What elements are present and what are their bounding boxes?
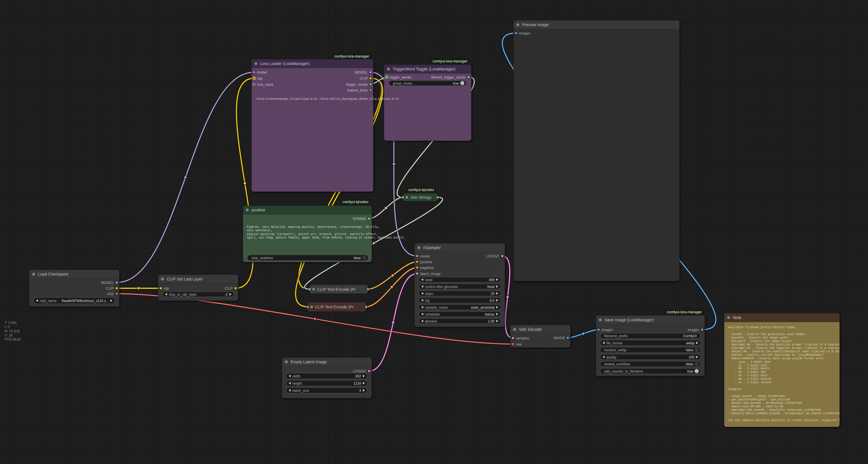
svg-text:100: 100 [689, 355, 694, 359]
svg-text:positive: positive [252, 208, 266, 212]
svg-text:- %seed% - Inserts the generat: - %seed% - Inserts the generation seed n… [728, 333, 806, 336]
svg-text:sampler_name: sampler_name [425, 306, 448, 310]
svg-text:- image_%seed% → image_1234567: - image_%seed% → image_1234567890 [728, 395, 785, 398]
svg-text:MODEL: MODEL [355, 70, 368, 75]
svg-text:negative: negative [420, 266, 434, 270]
svg-text:Join Strings: Join Strings [410, 195, 431, 200]
svg-text:- %date:FORMAT% - Inserts date: - %date:FORMAT% - Inserts date using cus… [728, 357, 825, 360]
svg-text:- hh - 2-digit hour: - hh - 2-digit hour [728, 374, 768, 377]
svg-text:1216: 1216 [353, 381, 361, 385]
svg-text:Note: Note [733, 315, 742, 320]
svg-text:comfyui-lora-manager: comfyui-lora-manager [667, 310, 702, 314]
svg-text:false: false [686, 348, 693, 352]
svg-text:highres, very detailed, amazin: highres, very detailed, amazing quality,… [247, 226, 379, 229]
svg-text:LATENT: LATENT [353, 369, 366, 373]
svg-text:- %nprompt:N% - Inserts the ne: - %nprompt:N% - Inserts the negative pro… [728, 347, 847, 350]
svg-text:VAE Decode: VAE Decode [519, 327, 542, 332]
svg-text:V: 28: V: 28 [5, 334, 13, 338]
svg-text:model: model [257, 70, 267, 75]
svg-text:strip_newlines: strip_newlines [251, 256, 273, 260]
svg-text:webp: webp [686, 341, 694, 345]
svg-text:model: model [420, 254, 430, 258]
svg-text:latent_image: latent_image [420, 272, 441, 276]
svg-text:T: 0.00s: T: 0.00s [5, 321, 17, 325]
svg-text:409: 409 [489, 278, 495, 282]
svg-text:il\waiNSFWIllustrious_v110.s..: il\waiNSFWIllustrious_v110.s... [62, 299, 109, 303]
svg-text:clip: clip [164, 287, 169, 291]
svg-text:- gen_%width%x%height% → gen_5: - gen_%width%x%height% → gen_512x768 [728, 398, 790, 401]
svg-text:comfyui-lora-manager: comfyui-lora-manager [432, 59, 467, 63]
svg-text:control after generate: control after generate [425, 285, 458, 289]
svg-text:positive: positive [420, 260, 432, 264]
svg-text:- %date:yyyy-MM-dd% → 2025-04-: - %date:yyyy-MM-dd% → 2025-04-28 [728, 405, 783, 408]
svg-text:CLIP: CLIP [360, 77, 368, 81]
svg-text:trigger_words: trigger_words [390, 76, 411, 79]
svg-text:- yy - 2-digit year: - yy - 2-digit year [728, 364, 768, 367]
svg-text:TriggerWord Toggle (LoraManage: TriggerWord Toggle (LoraManager) [393, 67, 456, 71]
svg-text:filename_prefix: filename_prefix [604, 334, 627, 338]
svg-text:comfyui-lora-manager: comfyui-lora-manager [334, 54, 369, 58]
svg-text:- %pprompt:20%_%seed% → beauti: - %pprompt:20%_%seed% → beautiful landsc… [728, 408, 821, 412]
svg-text:- %date% - Inserts current dat: - %date% - Inserts current date/time as … [728, 353, 825, 357]
svg-text:- %height% - Inserts the image: - %height% - Inserts the image height [728, 340, 792, 343]
svg-text:VAE: VAE [107, 292, 114, 296]
svg-text:CLIP: CLIP [106, 287, 114, 291]
svg-text:1girl, sui-feng, mature female: 1girl, sui-feng, mature female, upper bo… [247, 236, 405, 239]
svg-text:comfyui-kjnodes: comfyui-kjnodes [342, 200, 368, 204]
svg-text:- %width% - Inserts the image: - %width% - Inserts the image width [728, 336, 788, 340]
svg-text:steps: steps [425, 292, 433, 296]
svg-text:vae: vae [516, 342, 522, 346]
svg-text:FPS:58.82: FPS:58.82 [5, 338, 21, 342]
svg-text:embed_workflow: embed_workflow [604, 362, 630, 366]
svg-text:filtered_trigger_words: filtered_trigger_words [431, 76, 466, 79]
svg-text:- %pprompt:N% - Inserts the po: - %pprompt:N% - Inserts the positive pro… [728, 343, 847, 346]
svg-text:false: false [686, 362, 693, 366]
svg-text:images: images [688, 328, 699, 332]
svg-text:height: height [292, 381, 302, 385]
svg-text:digital painting \(artwork\),: digital painting \(artwork\), glitch art… [247, 233, 378, 236]
svg-text:denoise: denoise [425, 319, 437, 323]
svg-text:file_format: file_format [607, 341, 623, 345]
svg-text:samples: samples [516, 336, 529, 340]
svg-text:stop_at_clip_layer: stop_at_clip_layer [169, 293, 197, 297]
svg-text:fixed: fixed [487, 285, 495, 289]
svg-text:CLIP: CLIP [224, 287, 232, 291]
svg-text:-2: -2 [224, 293, 228, 297]
svg-text:1.00: 1.00 [488, 319, 495, 323]
svg-text:N: 14 [14]: N: 14 [14] [5, 329, 20, 333]
svg-text:Available filename_prefix Patt: Available filename_prefix Pattern Codes [728, 326, 795, 329]
svg-text:3: 3 [359, 388, 361, 393]
svg-text:loaded_loras: loaded_loras [347, 88, 368, 92]
svg-text:8.0: 8.0 [490, 298, 495, 302]
svg-text:- dd - 2-digit day: - dd - 2-digit day [728, 371, 766, 374]
svg-text:true: true [453, 81, 459, 85]
svg-text:false: false [354, 256, 361, 260]
svg-text:clip: clip [257, 77, 262, 81]
svg-text:STRING: STRING [353, 217, 366, 221]
svg-text:832: 832 [355, 374, 361, 378]
svg-text:CLIP Text Encode (Pr: CLIP Text Encode (Pr [317, 287, 355, 292]
svg-text:karras: karras [485, 312, 495, 316]
svg-text:MODEL: MODEL [101, 281, 114, 285]
svg-text:images: images [519, 31, 530, 35]
svg-text:width: width [292, 374, 301, 378]
svg-text:IMAGE: IMAGE [554, 336, 565, 340]
svg-text:lossless_webp: lossless_webp [604, 348, 626, 352]
svg-text:images: images [601, 328, 613, 332]
svg-text:- %model%_%date:yyMMdd%_%seed%: - %model%_%date:yyMMdd%_%seed% → dreamsh… [728, 412, 840, 415]
svg-text:true: true [687, 369, 693, 373]
svg-text:- %model:10%_%seed% → dreamsha: - %model:10%_%seed% → dreamshape_1234567… [728, 402, 802, 405]
svg-text:- mm - 2-digit minute: - mm - 2-digit minute [728, 377, 771, 381]
svg-text:- MM - 2-digit month: - MM - 2-digit month [728, 367, 769, 370]
svg-text:Load Checkpoint: Load Checkpoint [38, 272, 68, 277]
svg-text:euler_ancestral: euler_ancestral [471, 306, 495, 310]
svg-text:20: 20 [491, 292, 495, 296]
svg-text:ComfyUI: ComfyUI [683, 334, 696, 338]
svg-text:KSampler: KSampler [423, 245, 441, 250]
svg-text:comfyui-kjnodes: comfyui-kjnodes [408, 188, 434, 192]
svg-text:- %model:N% - Inserts the mode: - %model:N% - Inserts the model/checkpoi… [728, 350, 854, 353]
svg-text:seed: seed [425, 278, 432, 282]
svg-text:CLIP Text Encode (Pr: CLIP Text Encode (Pr [315, 304, 354, 309]
svg-text:CLIP Set Last Layer: CLIP Set Last Layer [167, 277, 203, 281]
svg-text:lora_stack: lora_stack [257, 83, 274, 87]
